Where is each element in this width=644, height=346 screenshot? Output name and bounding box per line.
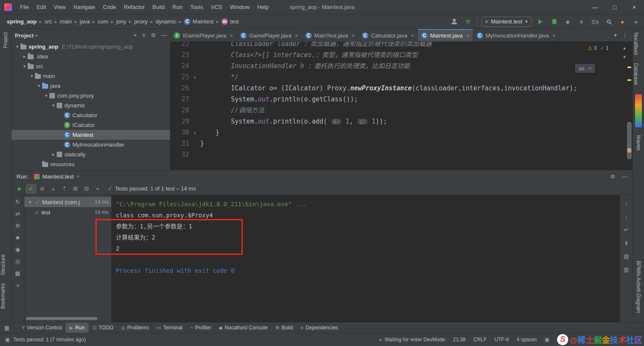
chevron-icon[interactable]: ▾ <box>43 93 49 98</box>
hide-icon[interactable]: — <box>622 173 627 180</box>
console-output[interactable]: "C:\Program Files\Java\jdk1.8.0_211\bin\… <box>112 195 620 322</box>
tree-item-src[interactable]: ▾src <box>12 61 170 71</box>
plugin-blue-icon[interactable]: ● <box>631 17 641 26</box>
breadcrumb-item-main[interactable]: main <box>59 17 72 26</box>
jrebel-icon[interactable] <box>635 94 642 127</box>
more-icon[interactable]: » <box>16 282 19 288</box>
breadcrumb-item-maintest[interactable]: CMaintest <box>183 17 214 26</box>
clear-all-icon[interactable]: ▥ <box>624 266 629 273</box>
hide-icon[interactable]: — <box>161 32 167 39</box>
close-icon[interactable]: × <box>552 32 556 39</box>
plugin-orange-icon[interactable]: ● <box>618 17 627 26</box>
tab-list-icon[interactable]: ▾ <box>614 32 617 38</box>
lock-icon[interactable]: ▣ <box>545 337 549 343</box>
tool-button-build[interactable]: ⚒Build <box>271 323 297 333</box>
tree-item-.idea[interactable]: ▸.idea <box>12 52 170 61</box>
tree-item-calculator[interactable]: CCalculator <box>12 110 170 120</box>
user-icon[interactable] <box>450 17 459 26</box>
stop-icon[interactable]: ■ <box>577 17 586 26</box>
run-config-selector[interactable]: Maintest.test ▾ <box>482 17 532 27</box>
tree-item-com.jony.proxy[interactable]: ▾com.jony.proxy <box>12 91 170 101</box>
stripe-item-maven[interactable]: Maven <box>635 132 641 154</box>
scroll-to-end-icon[interactable]: ⇟ <box>624 240 629 246</box>
menu-tools[interactable]: Tools <box>187 4 207 10</box>
tree-item-resources[interactable]: resources <box>12 159 170 169</box>
close-icon[interactable]: × <box>624 0 644 14</box>
expand-all-icon[interactable]: ⊞ <box>70 184 80 193</box>
chevron-icon[interactable]: ▸ <box>21 54 28 59</box>
breadcrumb-item-proxy[interactable]: proxy <box>133 17 149 26</box>
print-icon[interactable]: ▤ <box>624 253 629 260</box>
stop-icon[interactable]: ■ <box>16 234 20 241</box>
menu-run[interactable]: Run <box>169 4 187 10</box>
menu-navigate[interactable]: Navigate <box>69 4 99 10</box>
menu-view[interactable]: View <box>50 4 69 10</box>
tool-button-dependencies[interactable]: ≡Dependencies <box>297 323 342 333</box>
run-tab[interactable]: Maintest.test × <box>34 173 79 180</box>
show-ignored-icon[interactable]: ⊘ <box>37 184 47 193</box>
coverage-icon[interactable]: ◈ <box>563 17 572 26</box>
breadcrumb-item-src[interactable]: src <box>44 17 53 26</box>
stripe-item-nocalhost[interactable]: Nocalhost <box>633 29 639 58</box>
wrench-icon[interactable]: ⚙ <box>15 222 20 229</box>
collapse-all-icon[interactable]: ⊟ <box>81 184 92 193</box>
close-icon[interactable]: × <box>351 32 355 39</box>
profiler-icon[interactable]: ◎ <box>15 258 20 265</box>
breadcrumb-item-test[interactable]: mtest <box>221 17 240 26</box>
tree-item-myinvocationhandler[interactable]: CMyInvocationHandler <box>12 140 170 150</box>
tree-item-spring_aop[interactable]: ▾spring_aopE:\TLWork\spring\spring_aop <box>12 42 170 52</box>
chevron-icon[interactable]: ▾ <box>21 63 28 69</box>
tab-gameplayer.java[interactable]: CGamePlayer.java× <box>237 29 302 41</box>
horizontal-scrollbar-thumb[interactable] <box>26 317 98 320</box>
chevron-icon[interactable]: ▾ <box>29 73 35 79</box>
tab-maintest.java[interactable]: CMaintest.java× <box>418 29 473 41</box>
locate-icon[interactable]: ⌖ <box>134 32 137 39</box>
tool-window-switcher-icon[interactable]: ▦ <box>3 325 11 331</box>
soft-wrap-icon[interactable]: ↵ <box>624 227 629 233</box>
chevron-icon[interactable]: ▾ <box>36 83 42 89</box>
gear-icon[interactable]: ⚙ <box>151 32 156 39</box>
menu-window[interactable]: Window <box>226 4 253 10</box>
stripe-item-structure[interactable]: Structure <box>0 251 6 279</box>
tree-item-maintest[interactable]: CMaintest <box>12 130 170 140</box>
stripe-item-project[interactable]: Project <box>3 29 9 52</box>
tab-myinvocationhandler.java[interactable]: CMyInvocationHandler.java× <box>473 29 559 41</box>
close-icon[interactable]: × <box>411 32 414 39</box>
screenshot-icon[interactable]: ◉ <box>15 246 20 253</box>
sort-by-duration-icon[interactable]: ⇡ <box>59 184 69 193</box>
breadcrumb-item-com[interactable]: com <box>97 17 109 26</box>
tool-button-run[interactable]: ▶Run <box>66 323 88 333</box>
menu-build[interactable]: Build <box>149 4 169 10</box>
status-message[interactable]: Tests passed: 1 (7 minutes ago) <box>13 337 86 343</box>
tool-button-version-control[interactable]: YVersion Control <box>18 323 66 333</box>
devmode-status[interactable]: Waiting for enter DevMode <box>385 337 445 343</box>
tab-calculator.java[interactable]: CCalculator.java× <box>359 29 418 41</box>
breadcrumb-item-java[interactable]: java <box>79 17 91 26</box>
menu-refactor[interactable]: Refactor <box>120 4 149 10</box>
kebab-menu-icon[interactable]: ⋮ <box>622 32 627 38</box>
next-problem-icon[interactable]: ▾ <box>623 54 626 60</box>
gear-icon[interactable]: ⚙ <box>610 173 615 180</box>
stripe-item-bookmarks[interactable]: Bookmarks <box>0 280 6 312</box>
rerun-icon[interactable]: ↻ <box>15 199 20 205</box>
tool-button-todo[interactable]: ☑TODO <box>89 323 117 333</box>
layout-icon[interactable]: ▦ <box>15 270 20 277</box>
close-icon[interactable]: × <box>588 65 592 72</box>
project-panel-title[interactable]: Project <box>15 32 34 39</box>
rerun-failed-icon[interactable]: ⇄ <box>15 210 20 217</box>
close-icon[interactable]: × <box>295 32 298 39</box>
tab-igameplayer.java[interactable]: IIGamePlayer.java× <box>170 29 237 41</box>
tree-item-icalcator[interactable]: IICalcator <box>12 120 170 130</box>
fold-icon[interactable]: ∨ <box>189 72 200 83</box>
line-ending-indicator[interactable]: CRLF <box>473 337 486 343</box>
chevron-icon[interactable]: ▾ <box>27 199 33 205</box>
fold-icon[interactable]: ∨ <box>189 127 200 138</box>
build-hammer-icon[interactable]: ⚒ <box>463 17 473 26</box>
encoding-indicator[interactable]: UTF-8 <box>494 337 509 343</box>
tool-button-profiler[interactable]: ◔Profiler <box>186 323 215 333</box>
tree-item-statically[interactable]: ▸statically <box>12 150 170 159</box>
run-button[interactable] <box>536 17 545 26</box>
editor-body[interactable]: 22ClassLoader loader ：类加载器，通常指定的被代理类的类加载… <box>170 42 632 170</box>
tree-item-dynamic[interactable]: ▾dynamic <box>12 101 170 110</box>
debug-icon[interactable] <box>549 17 559 26</box>
